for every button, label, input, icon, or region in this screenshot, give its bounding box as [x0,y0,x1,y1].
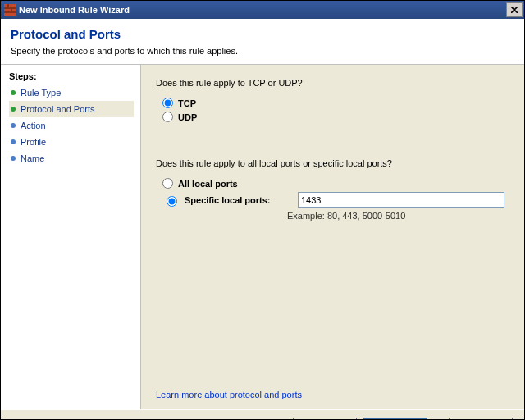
wizard-button-bar: < Back Next > Cancel [1,409,524,420]
firewall-icon [4,4,16,16]
radio-specific-ports[interactable] [167,196,177,207]
step-bullet-icon [11,156,16,161]
step-bullet-icon [11,139,16,144]
radio-row-tcp: TCP [156,96,509,110]
radio-udp[interactable] [162,112,173,122]
steps-sidebar: Steps: Rule Type Protocol and Ports Acti… [1,65,140,409]
question-protocol: Does this rule apply to TCP or UDP? [156,78,509,88]
specific-ports-input[interactable] [298,192,504,208]
steps-heading: Steps: [9,71,134,81]
step-bullet-icon [11,107,16,112]
step-rule-type[interactable]: Rule Type [9,84,134,101]
svg-rect-1 [4,7,16,9]
ports-example: Example: 80, 443, 5000-5010 [287,211,509,221]
radio-udp-label: UDP [178,112,197,122]
main-panel: Does this rule apply to TCP or UDP? TCP … [140,65,524,409]
step-bullet-icon [11,90,16,95]
step-label: Profile [21,137,46,147]
radio-specific-ports-label: Specific local ports: [185,195,293,205]
step-label: Name [21,153,44,163]
radio-row-udp: UDP [156,110,509,124]
question-ports: Does this rule apply to all local ports … [156,158,509,168]
step-label: Protocol and Ports [21,104,95,114]
step-label: Action [21,121,46,130]
page-title: Protocol and Ports [11,27,514,41]
step-bullet-icon [11,123,16,128]
svg-rect-3 [7,4,9,7]
radio-all-ports[interactable] [162,178,173,189]
titlebar: New Inbound Rule Wizard [1,1,524,19]
radio-row-specific-ports: Specific local ports: [156,190,509,209]
page-subtitle: Specify the protocols and ports to which… [11,46,514,56]
close-button[interactable] [506,2,523,17]
step-name[interactable]: Name [9,150,134,167]
wizard-header: Protocol and Ports Specify the protocols… [1,19,524,59]
radio-tcp-label: TCP [178,98,196,108]
svg-rect-2 [4,11,16,13]
window-title: New Inbound Rule Wizard [19,5,506,15]
step-label: Rule Type [21,88,61,98]
step-protocol-ports[interactable]: Protocol and Ports [9,101,134,117]
learn-more-link[interactable]: Learn more about protocol and ports [156,390,302,399]
step-profile[interactable]: Profile [9,134,134,150]
radio-tcp[interactable] [162,98,173,108]
svg-rect-4 [11,8,12,12]
radio-row-all-ports: All local ports [156,176,509,190]
step-action[interactable]: Action [9,117,134,134]
radio-all-ports-label: All local ports [178,179,238,189]
svg-rect-0 [4,4,16,16]
